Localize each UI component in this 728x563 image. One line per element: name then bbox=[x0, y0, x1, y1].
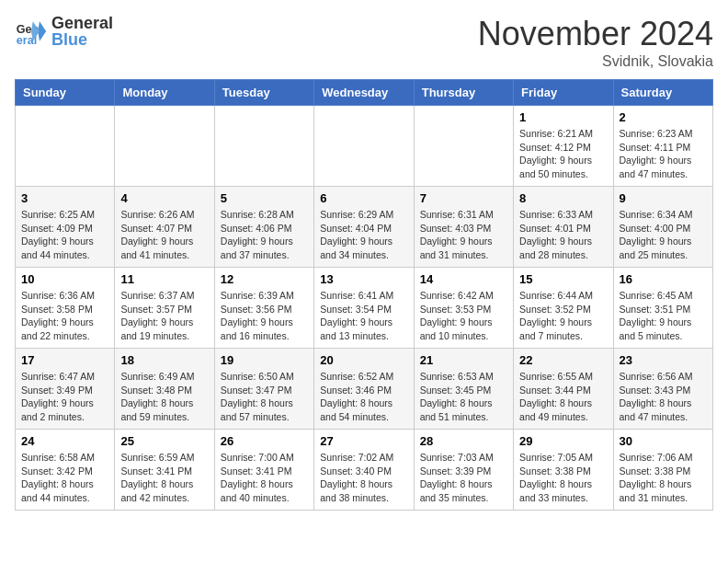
calendar-cell: 13Sunrise: 6:41 AMSunset: 3:54 PMDayligh… bbox=[314, 268, 414, 349]
day-info: Sunrise: 6:21 AMSunset: 4:12 PMDaylight:… bbox=[519, 127, 607, 181]
weekday-header-saturday: Saturday bbox=[613, 80, 712, 106]
calendar-cell: 29Sunrise: 7:05 AMSunset: 3:38 PMDayligh… bbox=[514, 430, 613, 511]
day-number: 25 bbox=[120, 434, 208, 448]
calendar-cell: 18Sunrise: 6:49 AMSunset: 3:48 PMDayligh… bbox=[115, 349, 214, 430]
day-info: Sunrise: 6:52 AMSunset: 3:46 PMDaylight:… bbox=[320, 370, 407, 424]
calendar-table: SundayMondayTuesdayWednesdayThursdayFrid… bbox=[15, 79, 713, 511]
location-title: Svidnik, Slovakia bbox=[478, 53, 713, 70]
calendar-body: 1Sunrise: 6:21 AMSunset: 4:12 PMDaylight… bbox=[16, 106, 713, 511]
day-number: 21 bbox=[420, 353, 507, 367]
day-number: 11 bbox=[120, 272, 208, 286]
calendar-cell: 10Sunrise: 6:36 AMSunset: 3:58 PMDayligh… bbox=[16, 268, 115, 349]
day-number: 20 bbox=[320, 353, 407, 367]
calendar-cell: 7Sunrise: 6:31 AMSunset: 4:03 PMDaylight… bbox=[414, 187, 513, 268]
day-info: Sunrise: 6:56 AMSunset: 3:43 PMDaylight:… bbox=[620, 370, 707, 424]
calendar-cell: 16Sunrise: 6:45 AMSunset: 3:51 PMDayligh… bbox=[613, 268, 712, 349]
day-info: Sunrise: 6:58 AMSunset: 3:42 PMDaylight:… bbox=[21, 451, 108, 505]
day-info: Sunrise: 6:55 AMSunset: 3:44 PMDaylight:… bbox=[519, 370, 607, 424]
day-info: Sunrise: 6:59 AMSunset: 3:41 PMDaylight:… bbox=[120, 451, 208, 505]
day-number: 29 bbox=[519, 434, 607, 448]
day-info: Sunrise: 7:06 AMSunset: 3:38 PMDaylight:… bbox=[620, 451, 707, 505]
day-info: Sunrise: 7:02 AMSunset: 3:40 PMDaylight:… bbox=[320, 451, 407, 505]
calendar-cell: 24Sunrise: 6:58 AMSunset: 3:42 PMDayligh… bbox=[16, 430, 115, 511]
calendar-cell: 3Sunrise: 6:25 AMSunset: 4:09 PMDaylight… bbox=[16, 187, 115, 268]
calendar-cell: 26Sunrise: 7:00 AMSunset: 3:41 PMDayligh… bbox=[214, 430, 313, 511]
day-info: Sunrise: 6:44 AMSunset: 3:52 PMDaylight:… bbox=[519, 289, 607, 343]
day-number: 17 bbox=[21, 353, 108, 367]
day-number: 1 bbox=[519, 110, 607, 124]
calendar-week-4: 24Sunrise: 6:58 AMSunset: 3:42 PMDayligh… bbox=[16, 430, 713, 511]
day-number: 26 bbox=[221, 434, 308, 448]
calendar-cell bbox=[214, 106, 313, 187]
day-info: Sunrise: 6:47 AMSunset: 3:49 PMDaylight:… bbox=[21, 370, 108, 424]
calendar-cell bbox=[16, 106, 115, 187]
day-number: 7 bbox=[420, 191, 507, 205]
calendar-cell: 5Sunrise: 6:28 AMSunset: 4:06 PMDaylight… bbox=[214, 187, 313, 268]
day-number: 10 bbox=[21, 272, 108, 286]
day-info: Sunrise: 6:34 AMSunset: 4:00 PMDaylight:… bbox=[620, 208, 707, 262]
calendar-week-2: 10Sunrise: 6:36 AMSunset: 3:58 PMDayligh… bbox=[16, 268, 713, 349]
calendar-cell: 15Sunrise: 6:44 AMSunset: 3:52 PMDayligh… bbox=[514, 268, 613, 349]
day-number: 22 bbox=[519, 353, 607, 367]
day-number: 30 bbox=[620, 434, 707, 448]
day-number: 27 bbox=[320, 434, 407, 448]
calendar-cell: 30Sunrise: 7:06 AMSunset: 3:38 PMDayligh… bbox=[613, 430, 712, 511]
day-info: Sunrise: 6:26 AMSunset: 4:07 PMDaylight:… bbox=[120, 208, 208, 262]
weekday-header-friday: Friday bbox=[514, 80, 613, 106]
calendar-cell: 21Sunrise: 6:53 AMSunset: 3:45 PMDayligh… bbox=[414, 349, 513, 430]
day-info: Sunrise: 6:53 AMSunset: 3:45 PMDaylight:… bbox=[420, 370, 507, 424]
day-info: Sunrise: 6:31 AMSunset: 4:03 PMDaylight:… bbox=[420, 208, 507, 262]
day-number: 18 bbox=[120, 353, 208, 367]
month-title: November 2024 bbox=[478, 15, 713, 53]
day-info: Sunrise: 6:25 AMSunset: 4:09 PMDaylight:… bbox=[21, 208, 108, 262]
day-number: 4 bbox=[120, 191, 208, 205]
day-number: 23 bbox=[620, 353, 707, 367]
day-number: 6 bbox=[320, 191, 407, 205]
calendar-cell: 9Sunrise: 6:34 AMSunset: 4:00 PMDaylight… bbox=[613, 187, 712, 268]
day-info: Sunrise: 6:23 AMSunset: 4:11 PMDaylight:… bbox=[620, 127, 707, 181]
calendar-cell: 22Sunrise: 6:55 AMSunset: 3:44 PMDayligh… bbox=[514, 349, 613, 430]
day-info: Sunrise: 7:00 AMSunset: 3:41 PMDaylight:… bbox=[221, 451, 308, 505]
day-number: 24 bbox=[21, 434, 108, 448]
logo-line1: General bbox=[51, 15, 113, 31]
day-info: Sunrise: 7:05 AMSunset: 3:38 PMDaylight:… bbox=[519, 451, 607, 505]
logo-text: General Blue bbox=[51, 15, 113, 48]
day-info: Sunrise: 6:36 AMSunset: 3:58 PMDaylight:… bbox=[21, 289, 108, 343]
day-info: Sunrise: 6:50 AMSunset: 3:47 PMDaylight:… bbox=[221, 370, 308, 424]
calendar-cell: 11Sunrise: 6:37 AMSunset: 3:57 PMDayligh… bbox=[115, 268, 214, 349]
calendar-cell: 20Sunrise: 6:52 AMSunset: 3:46 PMDayligh… bbox=[314, 349, 414, 430]
day-info: Sunrise: 6:37 AMSunset: 3:57 PMDaylight:… bbox=[120, 289, 208, 343]
day-info: Sunrise: 6:42 AMSunset: 3:53 PMDaylight:… bbox=[420, 289, 507, 343]
calendar-cell: 2Sunrise: 6:23 AMSunset: 4:11 PMDaylight… bbox=[613, 106, 712, 187]
day-number: 3 bbox=[21, 191, 108, 205]
day-info: Sunrise: 6:41 AMSunset: 3:54 PMDaylight:… bbox=[320, 289, 407, 343]
calendar-week-3: 17Sunrise: 6:47 AMSunset: 3:49 PMDayligh… bbox=[16, 349, 713, 430]
day-number: 9 bbox=[620, 191, 707, 205]
calendar-cell: 17Sunrise: 6:47 AMSunset: 3:49 PMDayligh… bbox=[16, 349, 115, 430]
calendar-cell bbox=[314, 106, 414, 187]
day-number: 19 bbox=[221, 353, 308, 367]
calendar-cell: 6Sunrise: 6:29 AMSunset: 4:04 PMDaylight… bbox=[314, 187, 414, 268]
weekday-header-tuesday: Tuesday bbox=[214, 80, 313, 106]
calendar-cell: 12Sunrise: 6:39 AMSunset: 3:56 PMDayligh… bbox=[214, 268, 313, 349]
day-info: Sunrise: 6:33 AMSunset: 4:01 PMDaylight:… bbox=[519, 208, 607, 262]
logo-icon: Gen eral bbox=[15, 15, 48, 48]
day-number: 5 bbox=[221, 191, 308, 205]
title-area: November 2024 Svidnik, Slovakia bbox=[478, 15, 713, 70]
logo: Gen eral General Blue bbox=[15, 15, 113, 48]
weekday-header-monday: Monday bbox=[115, 80, 214, 106]
calendar-cell: 1Sunrise: 6:21 AMSunset: 4:12 PMDaylight… bbox=[514, 106, 613, 187]
calendar-cell: 28Sunrise: 7:03 AMSunset: 3:39 PMDayligh… bbox=[414, 430, 513, 511]
day-number: 16 bbox=[620, 272, 707, 286]
day-info: Sunrise: 6:45 AMSunset: 3:51 PMDaylight:… bbox=[620, 289, 707, 343]
calendar-cell: 25Sunrise: 6:59 AMSunset: 3:41 PMDayligh… bbox=[115, 430, 214, 511]
day-info: Sunrise: 6:39 AMSunset: 3:56 PMDaylight:… bbox=[221, 289, 308, 343]
weekday-header-row: SundayMondayTuesdayWednesdayThursdayFrid… bbox=[16, 80, 713, 106]
calendar-cell: 14Sunrise: 6:42 AMSunset: 3:53 PMDayligh… bbox=[414, 268, 513, 349]
day-info: Sunrise: 7:03 AMSunset: 3:39 PMDaylight:… bbox=[420, 451, 507, 505]
day-number: 15 bbox=[519, 272, 607, 286]
day-number: 8 bbox=[519, 191, 607, 205]
day-number: 28 bbox=[420, 434, 507, 448]
calendar-cell bbox=[414, 106, 513, 187]
logo-line2: Blue bbox=[51, 31, 113, 48]
